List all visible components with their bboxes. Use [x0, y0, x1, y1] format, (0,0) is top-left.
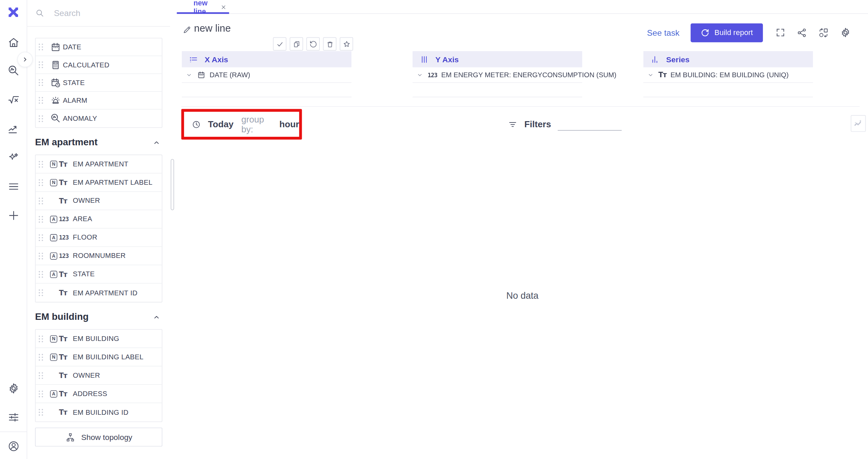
drag-handle-icon[interactable]: [38, 289, 44, 296]
share-icon[interactable]: [796, 27, 807, 38]
sidebar-expand-button[interactable]: [17, 52, 33, 67]
trend-chart-icon[interactable]: [7, 122, 20, 135]
field-row[interactable]: Tᴛ EM APARTMENT ID: [36, 283, 162, 302]
y-axis-field-row[interactable]: 123 EM ENERGY METER: ENERGYCONSUMPTION (…: [413, 67, 582, 83]
field-row[interactable]: N Tᴛ EM APARTMENT: [36, 155, 162, 174]
field-row-anomaly[interactable]: ANOMALY: [36, 110, 162, 127]
drag-handle-icon[interactable]: [38, 197, 44, 204]
swap-view-icon[interactable]: [818, 27, 829, 38]
add-icon[interactable]: [7, 209, 20, 222]
field-row[interactable]: N Tᴛ EM BUILDING: [36, 330, 162, 348]
chevron-up-icon[interactable]: [152, 312, 161, 322]
drag-handle-icon[interactable]: [38, 252, 44, 259]
text-type-icon: Tᴛ: [59, 408, 67, 417]
apply-check-button[interactable]: [273, 37, 286, 50]
drag-handle-icon[interactable]: [38, 234, 44, 241]
list-scrollbar-thumb[interactable]: [171, 159, 174, 210]
show-topology-button[interactable]: Show topology: [35, 428, 162, 447]
calendar-icon: [50, 42, 61, 53]
field-row[interactable]: A 123 ROOMNUMBER: [36, 247, 162, 265]
filters-input[interactable]: [558, 118, 622, 130]
series-panel: Series Tᴛ EM BUILDING: EM BUILDING (UNIQ…: [643, 51, 813, 97]
duplicate-button[interactable]: [290, 37, 303, 50]
preferences-sliders-icon[interactable]: [7, 411, 20, 424]
drag-handle-icon[interactable]: [38, 372, 44, 379]
drag-handle-icon[interactable]: [38, 335, 44, 342]
drag-handle-icon[interactable]: [38, 61, 44, 68]
menu-icon[interactable]: [7, 180, 20, 193]
field-row[interactable]: Tᴛ OWNER: [36, 192, 162, 210]
anomaly-search-icon[interactable]: [7, 65, 20, 78]
panel-title: X Axis: [204, 55, 228, 64]
field-row-date[interactable]: DATE: [36, 38, 162, 56]
field-label: EM BUILDING: EM BUILDING (UNIQ): [670, 71, 788, 79]
fullscreen-icon[interactable]: [775, 27, 786, 38]
panel-title: Y Axis: [436, 55, 459, 64]
field-row[interactable]: N Tᴛ EM APARTMENT LABEL: [36, 174, 162, 192]
field-row-state[interactable]: STATE: [36, 74, 162, 92]
app-logo-icon[interactable]: [6, 5, 20, 19]
time-range-control[interactable]: Today group by: hour: [181, 109, 302, 140]
field-label: AREA: [73, 215, 92, 223]
field-row-calculated[interactable]: CALCULATED: [36, 56, 162, 74]
tab-new-line[interactable]: new line: [177, 0, 229, 14]
chevron-down-icon[interactable]: [416, 71, 424, 79]
reset-button[interactable]: [306, 37, 320, 50]
drag-handle-icon[interactable]: [38, 97, 44, 104]
field-row[interactable]: Tᴛ OWNER: [36, 366, 162, 385]
drag-handle-icon[interactable]: [38, 160, 44, 167]
favorite-button[interactable]: [340, 37, 353, 50]
clock-icon: [191, 119, 201, 129]
drag-handle-icon[interactable]: [38, 179, 44, 186]
series-bars-icon: [650, 54, 660, 64]
field-row[interactable]: A Tᴛ STATE: [36, 265, 162, 284]
filters-label: Filters: [524, 119, 551, 129]
chevron-down-icon[interactable]: [185, 71, 193, 79]
field-row[interactable]: A Tᴛ ADDRESS: [36, 385, 162, 403]
chevron-up-icon[interactable]: [152, 137, 161, 147]
account-icon[interactable]: [7, 440, 20, 453]
drag-handle-icon[interactable]: [38, 79, 44, 86]
series-drop-zone[interactable]: [643, 83, 813, 97]
field-row[interactable]: A 123 FLOOR: [36, 229, 162, 247]
drag-handle-icon[interactable]: [38, 354, 44, 361]
drag-handle-icon[interactable]: [38, 390, 44, 397]
series-field-row[interactable]: Tᴛ EM BUILDING: EM BUILDING (UNIQ): [643, 67, 813, 83]
x-axis-drop-zone[interactable]: [182, 83, 351, 97]
ai-sparkles-icon[interactable]: [7, 151, 20, 164]
text-type-icon: Tᴛ: [59, 371, 67, 380]
close-icon[interactable]: [220, 4, 227, 11]
drag-handle-icon[interactable]: [38, 409, 44, 416]
drag-handle-icon[interactable]: [38, 115, 44, 122]
text-type-icon: Tᴛ: [59, 390, 67, 398]
home-icon[interactable]: [7, 36, 20, 49]
topology-icon: [65, 432, 76, 442]
drag-handle-icon[interactable]: [38, 43, 44, 50]
see-task-link[interactable]: See task: [647, 28, 679, 37]
field-row-alarm[interactable]: ALARM: [36, 92, 162, 110]
settings-gear-icon[interactable]: [840, 27, 851, 38]
formula-icon[interactable]: [7, 94, 20, 106]
y-axis-drop-zone[interactable]: [413, 83, 582, 97]
field-row[interactable]: Tᴛ EM BUILDING ID: [36, 403, 162, 422]
field-row[interactable]: A 123 AREA: [36, 210, 162, 229]
field-label: STATE: [63, 79, 85, 86]
tab-bar: new line: [177, 0, 868, 14]
group-title: EM building: [35, 311, 88, 323]
x-axis-field-row[interactable]: DATE (RAW): [182, 67, 351, 83]
edit-pencil-icon[interactable]: [182, 25, 192, 35]
drag-handle-icon[interactable]: [38, 215, 44, 223]
search-input[interactable]: [54, 9, 149, 18]
group-by-value: hour: [279, 119, 299, 129]
name-badge-icon: N: [50, 354, 57, 361]
drag-handle-icon[interactable]: [38, 271, 44, 278]
delete-button[interactable]: [323, 37, 336, 50]
text-type-icon: Tᴛ: [59, 334, 67, 343]
settings-gear-icon[interactable]: [7, 382, 20, 395]
build-report-button[interactable]: Build report: [691, 23, 763, 42]
field-label: DATE: [63, 43, 81, 51]
chevron-down-icon[interactable]: [647, 71, 655, 79]
panel-title: Series: [666, 55, 690, 64]
ai-insights-button[interactable]: [851, 115, 866, 132]
field-row[interactable]: N Tᴛ EM BUILDING LABEL: [36, 348, 162, 366]
